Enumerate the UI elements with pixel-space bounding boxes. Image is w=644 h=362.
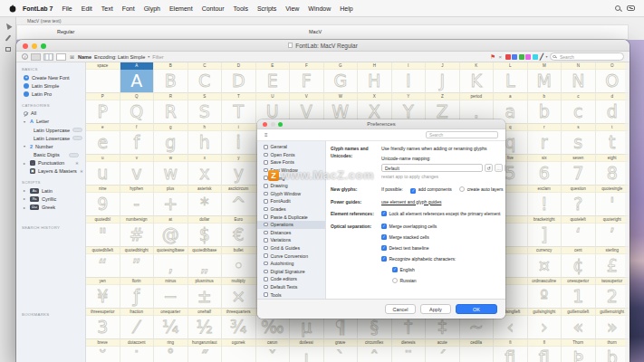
- option-merge-stacked-cells[interactable]: ✓Merge stacked cells: [381, 234, 501, 242]
- preferences-section-variations[interactable]: Variations: [257, 236, 325, 244]
- glyph-cell-acute[interactable]: acute´: [426, 339, 460, 362]
- window-titlebar[interactable]: FontLab: MacV Regular: [16, 40, 630, 52]
- glyph-cell-quotedbl[interactable]: quotedbl": [86, 216, 120, 247]
- glyph-cell-breve[interactable]: breve˘: [86, 339, 120, 362]
- glyph-cell-cedilla[interactable]: cedilla¸: [460, 339, 495, 362]
- glyph-cell-C[interactable]: CC: [188, 62, 223, 93]
- preferences-section-open-fonts[interactable]: Open Fonts: [257, 151, 325, 159]
- glyph-cell-fl[interactable]: flﬂ: [528, 339, 562, 362]
- glyph-cell-w[interactable]: ww: [154, 155, 188, 186]
- preferences-section-operations[interactable]: Operations: [257, 221, 325, 229]
- glyph-cell-quoteleft[interactable]: quoteleft‘: [562, 216, 596, 247]
- glyph-cell-guilsinglright[interactable]: guilsinglright›: [528, 309, 562, 339]
- glyph-cell-h[interactable]: hh: [188, 124, 223, 155]
- sidebar-item-number[interactable]: ▾2Number: [16, 142, 85, 150]
- preferences-section-digital-signature[interactable]: Digital Signature: [257, 268, 325, 276]
- sort-name-label[interactable]: Name: [78, 54, 91, 60]
- checked-checkbox-icon[interactable]: ✓: [381, 256, 387, 262]
- glyph-cell-hungarumlaut[interactable]: hungarumlaut˝: [188, 339, 223, 362]
- close-panel-icon[interactable]: ⊠: [69, 53, 75, 60]
- clear-flag-icon[interactable]: ×: [498, 54, 504, 60]
- glyph-cell-ordmasculine[interactable]: ordmasculineº: [528, 278, 562, 309]
- chevron-down-icon[interactable]: ▾: [545, 54, 547, 59]
- glyph-cell-dollar[interactable]: dollar$: [188, 216, 223, 247]
- mapping-select[interactable]: Default: [381, 164, 483, 172]
- rect-tool-icon[interactable]: [5, 47, 11, 52]
- glyph-cell-Thorn[interactable]: ThornÞ: [562, 339, 596, 362]
- preferences-section-distances[interactable]: Distances: [257, 229, 325, 237]
- glyph-cell-plusminus[interactable]: plusminus±: [188, 278, 223, 309]
- option-english[interactable]: ✓English: [392, 267, 501, 274]
- glyph-cell-threequarters[interactable]: threequarters¾: [222, 309, 256, 339]
- menu-item-glyph[interactable]: Glyph: [139, 5, 165, 12]
- glyph-cell-D[interactable]: DD: [222, 62, 256, 93]
- preferences-section-glyph-window[interactable]: Glyph Window: [257, 190, 325, 198]
- chevron-icon[interactable]: ▸: [24, 161, 27, 166]
- glyph-cell-fi[interactable]: fiﬁ: [494, 339, 528, 362]
- glyph-cell-G[interactable]: GG: [324, 62, 359, 93]
- preferences-section-fontaudit[interactable]: FontAudit: [257, 197, 325, 205]
- glyph-cell-bracketright[interactable]: bracketright]: [528, 216, 562, 247]
- color-swatch-1[interactable]: [512, 54, 517, 60]
- glyph-cell-R[interactable]: RR: [154, 93, 188, 124]
- glyph-cell-B[interactable]: BB: [154, 62, 188, 93]
- glyph-cell-A[interactable]: AA: [120, 62, 155, 93]
- glyph-cell-question[interactable]: question?: [562, 186, 596, 216]
- chevron-icon[interactable]: ▾: [24, 119, 27, 124]
- glyph-cell-circumflex[interactable]: circumflexˆ: [358, 339, 392, 362]
- filter-star-icon[interactable]: ∗: [80, 168, 83, 174]
- vertical-scrollbar[interactable]: [625, 62, 630, 362]
- glyph-cell-g[interactable]: gg: [154, 124, 188, 155]
- menu-item-font[interactable]: Font: [118, 5, 139, 12]
- color-swatch-3[interactable]: [525, 54, 531, 60]
- glyph-cell-guillemotleft[interactable]: guillemotleft«: [562, 309, 596, 339]
- add-components-checkbox[interactable]: ✓add components: [410, 186, 451, 192]
- view-table-icon[interactable]: [31, 53, 41, 61]
- glyph-cell-quotedblbase[interactable]: quotedblbase„: [188, 247, 223, 278]
- glyph-cell-f[interactable]: ff: [120, 124, 155, 155]
- preferences-section-font-window[interactable]: Font Window: [257, 167, 325, 175]
- sidebar-item-letter[interactable]: ▾ALetter: [16, 118, 85, 126]
- sidebar-item-greek[interactable]: ▸ΩωGreek: [16, 203, 85, 211]
- glyph-cell-T[interactable]: TT: [222, 93, 256, 124]
- option-recognize-alphabetic-characters-[interactable]: ✓Recognize alphabetic characters:: [381, 256, 501, 263]
- color-swatch-2[interactable]: [519, 54, 524, 60]
- glyph-cell-six[interactable]: six6: [528, 155, 562, 186]
- sidebar-item-punctuation[interactable]: ▸,Punctuation∗: [16, 159, 85, 167]
- cancel-button[interactable]: Cancel: [385, 304, 416, 314]
- minimize-icon[interactable]: [32, 43, 37, 49]
- sidebar-item-all[interactable]: All: [16, 110, 85, 118]
- glyph-cell-quotedblright[interactable]: quotedblright”: [120, 247, 155, 278]
- glyph-cell-K[interactable]: KK: [460, 62, 495, 93]
- chevron-icon[interactable]: ▾: [24, 144, 27, 148]
- sidebar-item-latin-uppercase[interactable]: Latin Uppercase: [16, 126, 85, 134]
- filter-label[interactable]: Filter: [152, 54, 163, 60]
- checked-checkbox-icon[interactable]: ✓: [392, 267, 398, 272]
- flag-icon[interactable]: ⚑: [490, 54, 495, 60]
- mark-pen-icon[interactable]: ╱: [540, 53, 543, 61]
- glyph-cell-b[interactable]: bb: [528, 93, 562, 124]
- menu-item-contour[interactable]: Contour: [197, 5, 229, 12]
- control-center-icon[interactable]: [627, 5, 635, 11]
- sidebar-item-latin-lowercase[interactable]: Latin Lowercase: [16, 134, 85, 142]
- glyph-cell-dotaccent[interactable]: dotaccent˙: [120, 339, 155, 362]
- glyph-cell-J[interactable]: JJ: [426, 62, 460, 93]
- chevron-icon[interactable]: ▸: [24, 205, 27, 210]
- menu-item-edit[interactable]: Edit: [77, 5, 97, 12]
- glyph-cell-onehalf[interactable]: onehalf½: [188, 309, 223, 339]
- pen-tool-icon[interactable]: [5, 34, 11, 41]
- dialog-titlebar[interactable]: Preferences: [257, 119, 505, 129]
- sidebar-item-latin-simple[interactable]: Latin Simple: [16, 81, 85, 90]
- menu-item-window[interactable]: Window: [303, 5, 335, 12]
- glyph-cell-F[interactable]: FF: [290, 62, 324, 93]
- ok-button[interactable]: OK: [456, 304, 497, 314]
- preferences-section-save-fonts[interactable]: Save Fonts: [257, 158, 325, 167]
- preferences-search-input[interactable]: [426, 131, 498, 138]
- glyph-cell-N[interactable]: NN: [562, 62, 596, 93]
- glyph-cell-u[interactable]: uu: [86, 155, 120, 186]
- close-icon[interactable]: [263, 122, 267, 127]
- glyph-cell-ring[interactable]: ring˚: [154, 339, 188, 362]
- background-window-tab[interactable]: MacV (new text): [27, 18, 61, 24]
- menu-item-scripts[interactable]: Scripts: [253, 5, 281, 12]
- menu-item-help[interactable]: Help: [335, 5, 357, 12]
